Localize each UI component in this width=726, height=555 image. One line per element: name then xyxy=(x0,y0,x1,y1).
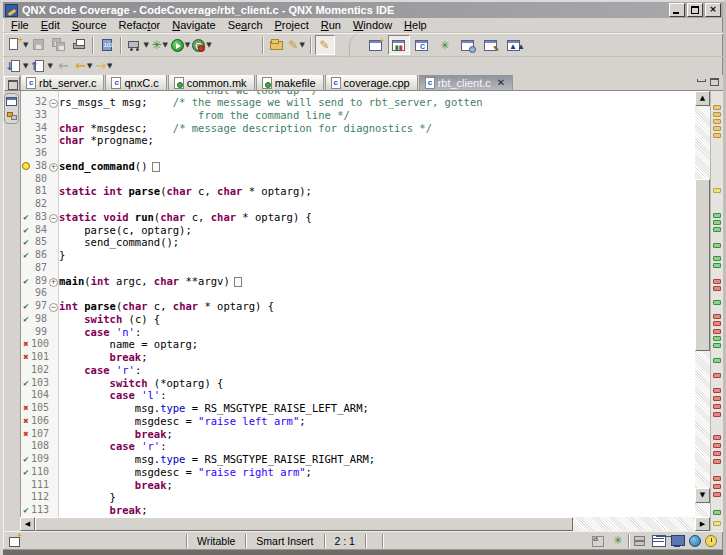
code-line[interactable]: msgdesc = "raise right arm"; xyxy=(59,466,695,479)
overview-mark-g[interactable] xyxy=(713,220,721,225)
fold-cell[interactable]: + xyxy=(49,275,58,288)
perspective-c-cpp[interactable]: C xyxy=(411,35,433,55)
code-line[interactable]: case 'l': xyxy=(59,389,695,402)
overview-mark-y[interactable] xyxy=(713,188,721,193)
code-line[interactable]: msg.type = RS_MSGTYPE_RAISE_RIGHT_ARM; xyxy=(59,453,695,466)
editor-tab-qnxC.c[interactable]: qnxC.c xyxy=(105,75,166,90)
overview-mark-r[interactable] xyxy=(713,412,721,417)
maximize-button[interactable] xyxy=(687,3,703,17)
code-line[interactable]: static void run(char c, char * optarg) { xyxy=(59,211,695,224)
covered-check-icon[interactable]: ✔ xyxy=(21,377,31,390)
covered-check-icon[interactable]: ✔ xyxy=(21,300,31,313)
overview-mark-g[interactable] xyxy=(713,358,721,363)
covered-check-icon[interactable]: ✔ xyxy=(21,313,31,326)
partial-coverage-icon[interactable] xyxy=(21,160,31,174)
overview-mark-g[interactable] xyxy=(713,263,721,268)
code-line[interactable]: main(int argc, char **argv) xyxy=(59,275,695,288)
overview-mark-g[interactable] xyxy=(713,336,721,341)
overview-mark-r[interactable] xyxy=(713,329,721,334)
uncovered-cross-icon[interactable]: ✖ xyxy=(21,351,31,364)
code-line[interactable]: case 'n': xyxy=(59,326,695,339)
code-line[interactable]: } xyxy=(59,249,695,262)
overview-mark-r[interactable] xyxy=(713,435,721,440)
overview-mark-r[interactable] xyxy=(713,404,721,409)
overview-mark-r[interactable] xyxy=(713,492,721,497)
code-line[interactable]: break; xyxy=(59,479,695,492)
menu-source[interactable]: Source xyxy=(66,18,113,32)
fold-cell[interactable]: − xyxy=(49,211,58,224)
covered-check-icon[interactable]: ✔ xyxy=(21,275,31,288)
overview-mark-o[interactable] xyxy=(713,112,721,117)
overview-mark-g[interactable] xyxy=(713,510,721,515)
code-line[interactable]: break; xyxy=(59,504,695,517)
coverage-marker-ruler[interactable]: ✔✔✔✔✔✔✔✖✖✔✖✖✖✔✔✔ xyxy=(20,91,31,517)
code-line[interactable]: static int parse(char c, char * optarg); xyxy=(59,185,695,198)
overview-mark-r[interactable] xyxy=(713,484,721,489)
code-line[interactable]: rs_msgs_t msg; /* the message we will se… xyxy=(59,96,695,109)
overview-mark-r[interactable] xyxy=(713,286,721,291)
forward-button[interactable]: →▼ xyxy=(94,56,114,76)
save-all-button[interactable] xyxy=(49,35,69,55)
code-line[interactable]: msgdesc = "raise left arm"; xyxy=(59,415,695,428)
menu-window[interactable]: Window xyxy=(347,18,398,32)
code-line[interactable]: case 'r': xyxy=(59,364,695,377)
run-button[interactable]: ▼ xyxy=(170,35,191,55)
outline-view-icon[interactable] xyxy=(7,111,17,120)
covered-check-icon[interactable]: ✔ xyxy=(21,236,31,249)
overview-mark-o[interactable] xyxy=(713,126,721,131)
open-perspective-button[interactable]: + xyxy=(365,35,387,55)
fast-view-button[interactable] xyxy=(7,534,23,548)
covered-check-icon[interactable]: ✔ xyxy=(21,224,31,237)
code-line[interactable]: msg.type = RS_MSGTYPE_RAISE_LEFT_ARM; xyxy=(59,402,695,415)
profile-button[interactable]: Q▼ xyxy=(191,35,212,55)
editor-minimize-icon[interactable] xyxy=(697,79,706,82)
overview-mark-r[interactable] xyxy=(713,476,721,481)
perspective-memory-analysis[interactable]: ▲▲ xyxy=(503,35,525,55)
code-line[interactable]: name = optarg; xyxy=(59,338,695,351)
perspective-builder[interactable]: ✎ xyxy=(480,35,502,55)
overview-ruler[interactable] xyxy=(710,91,723,531)
fold-minus-icon[interactable]: − xyxy=(49,214,58,223)
code-line[interactable]: parse(c, optarg); xyxy=(59,224,695,237)
console-view-icon[interactable] xyxy=(6,97,17,106)
overview-mark-y[interactable] xyxy=(713,521,721,526)
editor-tab-common.mk[interactable]: common.mk xyxy=(168,75,255,90)
code-line[interactable]: case 'r': xyxy=(59,440,695,453)
overview-mark-o[interactable] xyxy=(713,119,721,124)
code-line[interactable]: switch (*optarg) { xyxy=(59,377,695,390)
code-line[interactable]: break; xyxy=(59,351,695,364)
menu-project[interactable]: Project xyxy=(269,18,315,32)
fold-plus-icon[interactable]: + xyxy=(49,163,58,172)
code-line[interactable] xyxy=(59,173,695,186)
code-line[interactable] xyxy=(59,287,695,300)
code-line[interactable]: send_command() xyxy=(59,160,695,173)
fold-plus-icon[interactable]: + xyxy=(49,278,58,287)
uncovered-cross-icon[interactable]: ✖ xyxy=(21,428,31,441)
vertical-scrollbar[interactable]: ▲ ▼ xyxy=(695,91,710,517)
code-line[interactable]: send_command(); xyxy=(59,236,695,249)
menu-edit[interactable]: Edit xyxy=(35,18,66,32)
overview-mark-r[interactable] xyxy=(713,373,721,378)
folding-ruler[interactable]: −+−+− xyxy=(49,91,59,517)
overview-mark-r[interactable] xyxy=(713,321,721,326)
overview-mark-r[interactable] xyxy=(713,451,721,456)
screen-view-icon[interactable] xyxy=(670,534,685,547)
uncovered-cross-icon[interactable]: ✖ xyxy=(21,415,31,428)
close-button[interactable]: × xyxy=(705,3,721,17)
editor-maximize-icon[interactable] xyxy=(710,78,719,86)
horizontal-scrollbar[interactable]: ◀ ▶ xyxy=(20,517,710,531)
covered-check-icon[interactable]: ✔ xyxy=(21,249,31,262)
menu-file[interactable]: File xyxy=(5,18,35,32)
open-search-button[interactable] xyxy=(267,35,287,55)
scroll-up-arrow[interactable]: ▲ xyxy=(695,91,710,106)
code-coverage-button[interactable]: ✳▼ xyxy=(150,35,170,55)
launch-status-icon[interactable]: ✳ xyxy=(610,534,625,547)
overview-mark-g[interactable] xyxy=(713,243,721,248)
overview-mark-r[interactable] xyxy=(713,314,721,319)
heap-status-icon[interactable] xyxy=(591,534,606,547)
fold-minus-icon[interactable]: − xyxy=(49,303,58,312)
menu-refactor[interactable]: Refactor xyxy=(113,18,167,32)
overview-mark-r[interactable] xyxy=(713,443,721,448)
web-browser-icon[interactable] xyxy=(689,535,701,547)
menu-search[interactable]: Search xyxy=(222,18,269,32)
